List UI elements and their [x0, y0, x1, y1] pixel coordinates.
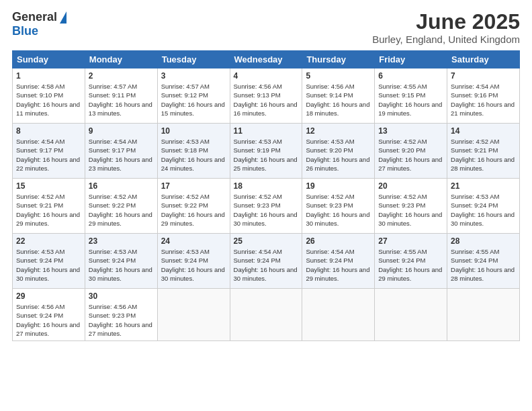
day-number: 20	[378, 181, 443, 191]
day-number: 27	[378, 236, 443, 246]
day-number: 9	[89, 126, 154, 136]
day-cell-24: 24 Sunrise: 4:53 AMSunset: 9:24 PMDaylig…	[157, 234, 230, 289]
day-cell-23: 23 Sunrise: 4:53 AMSunset: 9:24 PMDaylig…	[85, 234, 157, 289]
day-info: Sunrise: 4:54 AMSunset: 9:17 PMDaylight:…	[16, 138, 80, 172]
day-number: 19	[306, 181, 371, 191]
day-cell-28: 28 Sunrise: 4:55 AMSunset: 9:24 PMDaylig…	[447, 234, 520, 289]
day-cell-22: 22 Sunrise: 4:53 AMSunset: 9:24 PMDaylig…	[13, 234, 85, 289]
location: Burley, England, United Kingdom	[372, 34, 520, 45]
day-info: Sunrise: 4:52 AMSunset: 9:23 PMDaylight:…	[306, 193, 369, 227]
day-number: 15	[16, 181, 81, 191]
day-cell-9: 9 Sunrise: 4:54 AMSunset: 9:17 PMDayligh…	[85, 124, 157, 179]
day-info: Sunrise: 4:52 AMSunset: 9:22 PMDaylight:…	[161, 193, 225, 227]
day-number: 10	[161, 126, 226, 136]
day-info: Sunrise: 4:55 AMSunset: 9:15 PMDaylight:…	[378, 83, 442, 117]
header: General Blue June 2025 Burley, England, …	[12, 10, 520, 45]
day-cell-7: 7 Sunrise: 4:54 AMSunset: 9:16 PMDayligh…	[447, 68, 520, 124]
day-info: Sunrise: 4:55 AMSunset: 9:24 PMDaylight:…	[378, 248, 442, 282]
day-cell-18: 18 Sunrise: 4:52 AMSunset: 9:23 PMDaylig…	[230, 179, 302, 234]
logo-triangle-icon	[60, 11, 66, 24]
calendar-header-row: Sunday Monday Tuesday Wednesday Thursday…	[13, 51, 520, 68]
day-cell-2: 2 Sunrise: 4:57 AMSunset: 9:11 PMDayligh…	[85, 68, 157, 124]
day-number: 18	[234, 181, 299, 191]
day-number: 29	[16, 291, 81, 301]
table-row: 8 Sunrise: 4:54 AMSunset: 9:17 PMDayligh…	[13, 124, 520, 179]
day-number: 26	[306, 236, 371, 246]
logo-general: General	[12, 10, 57, 24]
table-row: 1 Sunrise: 4:58 AMSunset: 9:10 PMDayligh…	[13, 68, 520, 124]
day-cell-1: 1 Sunrise: 4:58 AMSunset: 9:10 PMDayligh…	[13, 68, 85, 124]
col-saturday: Saturday	[447, 51, 520, 68]
day-cell-15: 15 Sunrise: 4:52 AMSunset: 9:21 PMDaylig…	[13, 179, 85, 234]
day-info: Sunrise: 4:52 AMSunset: 9:22 PMDaylight:…	[89, 193, 152, 227]
day-info: Sunrise: 4:54 AMSunset: 9:24 PMDaylight:…	[306, 248, 369, 282]
col-monday: Monday	[85, 51, 157, 68]
day-info: Sunrise: 4:56 AMSunset: 9:24 PMDaylight:…	[16, 303, 80, 337]
day-info: Sunrise: 4:57 AMSunset: 9:11 PMDaylight:…	[89, 83, 152, 117]
day-number: 24	[161, 236, 226, 246]
day-info: Sunrise: 4:53 AMSunset: 9:19 PMDaylight:…	[234, 138, 298, 172]
day-cell-30: 30 Sunrise: 4:56 AMSunset: 9:23 PMDaylig…	[85, 289, 157, 341]
day-cell-19: 19 Sunrise: 4:52 AMSunset: 9:23 PMDaylig…	[302, 179, 375, 234]
day-cell-21: 21 Sunrise: 4:53 AMSunset: 9:24 PMDaylig…	[447, 179, 520, 234]
day-cell-6: 6 Sunrise: 4:55 AMSunset: 9:15 PMDayligh…	[375, 68, 447, 124]
day-number: 30	[89, 291, 154, 301]
day-cell-3: 3 Sunrise: 4:57 AMSunset: 9:12 PMDayligh…	[157, 68, 230, 124]
day-info: Sunrise: 4:58 AMSunset: 9:10 PMDaylight:…	[16, 83, 80, 117]
day-number: 28	[451, 236, 516, 246]
day-info: Sunrise: 4:55 AMSunset: 9:24 PMDaylight:…	[451, 248, 515, 282]
day-info: Sunrise: 4:52 AMSunset: 9:21 PMDaylight:…	[451, 138, 515, 172]
day-info: Sunrise: 4:53 AMSunset: 9:24 PMDaylight:…	[89, 248, 152, 282]
day-number: 5	[306, 71, 371, 81]
empty-cell	[375, 289, 447, 341]
day-number: 11	[234, 126, 299, 136]
day-info: Sunrise: 4:56 AMSunset: 9:23 PMDaylight:…	[89, 303, 152, 337]
empty-cell	[447, 289, 520, 341]
day-cell-8: 8 Sunrise: 4:54 AMSunset: 9:17 PMDayligh…	[13, 124, 85, 179]
day-number: 3	[161, 71, 226, 81]
day-number: 14	[451, 126, 516, 136]
day-number: 22	[16, 236, 81, 246]
table-row: 15 Sunrise: 4:52 AMSunset: 9:21 PMDaylig…	[13, 179, 520, 234]
day-number: 25	[234, 236, 299, 246]
day-number: 7	[451, 71, 516, 81]
day-number: 12	[306, 126, 371, 136]
day-cell-5: 5 Sunrise: 4:56 AMSunset: 9:14 PMDayligh…	[302, 68, 375, 124]
day-info: Sunrise: 4:56 AMSunset: 9:13 PMDaylight:…	[234, 83, 298, 117]
col-wednesday: Wednesday	[230, 51, 302, 68]
day-info: Sunrise: 4:56 AMSunset: 9:14 PMDaylight:…	[306, 83, 369, 117]
col-thursday: Thursday	[302, 51, 375, 68]
day-info: Sunrise: 4:53 AMSunset: 9:24 PMDaylight:…	[451, 193, 515, 227]
day-info: Sunrise: 4:52 AMSunset: 9:20 PMDaylight:…	[378, 138, 442, 172]
day-cell-17: 17 Sunrise: 4:52 AMSunset: 9:22 PMDaylig…	[157, 179, 230, 234]
day-number: 6	[378, 71, 443, 81]
day-cell-10: 10 Sunrise: 4:53 AMSunset: 9:18 PMDaylig…	[157, 124, 230, 179]
day-info: Sunrise: 4:53 AMSunset: 9:24 PMDaylight:…	[161, 248, 225, 282]
day-info: Sunrise: 4:53 AMSunset: 9:18 PMDaylight:…	[161, 138, 225, 172]
day-cell-4: 4 Sunrise: 4:56 AMSunset: 9:13 PMDayligh…	[230, 68, 302, 124]
day-number: 8	[16, 126, 81, 136]
day-cell-27: 27 Sunrise: 4:55 AMSunset: 9:24 PMDaylig…	[375, 234, 447, 289]
col-tuesday: Tuesday	[157, 51, 230, 68]
logo: General Blue	[12, 10, 66, 38]
day-cell-13: 13 Sunrise: 4:52 AMSunset: 9:20 PMDaylig…	[375, 124, 447, 179]
day-info: Sunrise: 4:54 AMSunset: 9:17 PMDaylight:…	[89, 138, 152, 172]
day-info: Sunrise: 4:57 AMSunset: 9:12 PMDaylight:…	[161, 83, 225, 117]
day-cell-20: 20 Sunrise: 4:52 AMSunset: 9:23 PMDaylig…	[375, 179, 447, 234]
day-info: Sunrise: 4:54 AMSunset: 9:16 PMDaylight:…	[451, 83, 515, 117]
day-info: Sunrise: 4:54 AMSunset: 9:24 PMDaylight:…	[234, 248, 298, 282]
logo-text: General	[12, 10, 66, 24]
day-info: Sunrise: 4:52 AMSunset: 9:23 PMDaylight:…	[234, 193, 298, 227]
day-info: Sunrise: 4:52 AMSunset: 9:23 PMDaylight:…	[378, 193, 442, 227]
day-cell-25: 25 Sunrise: 4:54 AMSunset: 9:24 PMDaylig…	[230, 234, 302, 289]
empty-cell	[230, 289, 302, 341]
day-info: Sunrise: 4:53 AMSunset: 9:24 PMDaylight:…	[16, 248, 80, 282]
table-row: 29 Sunrise: 4:56 AMSunset: 9:24 PMDaylig…	[13, 289, 520, 341]
empty-cell	[157, 289, 230, 341]
day-cell-12: 12 Sunrise: 4:53 AMSunset: 9:20 PMDaylig…	[302, 124, 375, 179]
day-number: 23	[89, 236, 154, 246]
day-cell-11: 11 Sunrise: 4:53 AMSunset: 9:19 PMDaylig…	[230, 124, 302, 179]
table-row: 22 Sunrise: 4:53 AMSunset: 9:24 PMDaylig…	[13, 234, 520, 289]
day-number: 1	[16, 71, 81, 81]
day-number: 13	[378, 126, 443, 136]
